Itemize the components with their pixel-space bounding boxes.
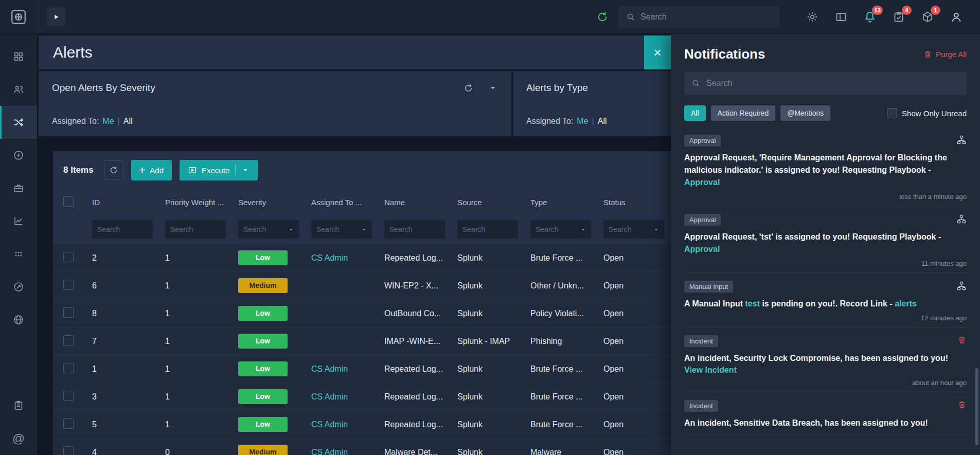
assigned-me-link[interactable]: Me [102,117,114,126]
notification-link[interactable]: alerts [895,299,917,308]
row-checkbox[interactable] [63,446,74,455]
notifications-search[interactable] [684,71,967,95]
notification-item[interactable]: Approval Approval Request, 'tst' is assi… [684,206,967,273]
sidebar-item-briefcase[interactable] [0,172,37,205]
filter-name-input[interactable] [384,220,445,239]
sidebar-item-at[interactable]: @ [0,422,37,455]
cell-assigned-to[interactable]: CS Admin [303,392,376,402]
cell-assigned-to[interactable]: CS Admin [303,253,376,263]
row-checkbox[interactable] [63,252,74,262]
cell-name[interactable]: OutBound Co... [376,309,449,318]
assigned-all-link[interactable]: All [598,117,607,126]
column-header-id[interactable]: ID [84,198,157,207]
filter-status-select[interactable]: Search [603,220,664,239]
filter-pill-all[interactable]: All [684,105,706,121]
sidebar-item-shuffle[interactable] [0,106,37,139]
settings-gear-icon[interactable] [805,10,819,24]
table-refresh-button[interactable] [104,160,123,180]
cell-id: 8 [84,309,157,318]
notification-item[interactable]: Manual Input A Manual Input test is pend… [684,273,967,327]
sidebar-item-globe[interactable] [0,303,37,336]
sidebar-item-chart[interactable] [0,205,37,238]
scrollbar-thumb[interactable] [975,368,978,445]
assigned-me-link[interactable]: Me [577,117,588,126]
cell-priority-weight: 0 [157,448,230,455]
cell-name[interactable]: Repeated Log... [376,365,449,374]
severity-panel-title: Open Alerts By Severity [52,82,155,94]
column-header-source[interactable]: Source [449,198,522,207]
row-checkbox[interactable] [63,363,74,373]
notification-link[interactable]: test [745,299,760,308]
layout-columns-icon[interactable] [834,10,848,24]
sidebar-item-dots[interactable] [0,238,37,270]
column-header-name[interactable]: Name [376,198,449,207]
cell-name[interactable]: Repeated Log... [376,420,449,429]
at-icon: @ [12,431,25,446]
add-button[interactable]: +Add [131,160,172,180]
sidebar-item-people[interactable] [0,73,37,106]
tasks-icon[interactable]: 4 [892,10,906,24]
column-header-priority-weight[interactable]: Priority Weight ... [157,198,230,207]
column-header-severity[interactable]: Severity [230,198,303,207]
row-checkbox[interactable] [63,391,74,401]
cell-assigned-to[interactable]: CS Admin [303,365,376,374]
filter-priority-weight-input[interactable] [165,220,226,239]
row-checkbox[interactable] [63,335,74,345]
notification-item[interactable]: Incident An incident, Security Lock Comp… [684,327,967,392]
filter-source-input[interactable] [457,220,518,239]
column-header-type[interactable]: Type [522,198,595,207]
sidebar-item-clipboard[interactable] [0,389,37,422]
filter-severity-select[interactable]: Search [238,220,299,239]
notification-type-badge: Approval [684,214,721,226]
row-checkbox[interactable] [63,418,74,429]
execute-button[interactable]: Execute [180,160,258,180]
notifications-bell-icon[interactable]: 13 [863,10,877,24]
select-all-checkbox[interactable] [63,196,74,207]
close-panel-button[interactable]: × [644,35,671,69]
cell-name[interactable]: Repeated Log... [376,253,449,263]
play-button[interactable] [47,8,65,26]
purge-all-button[interactable]: Purge All [923,50,967,59]
sidebar-item-target[interactable] [0,270,37,303]
sync-status-icon[interactable] [596,11,609,23]
cell-assigned-to[interactable]: CS Admin [303,448,376,455]
global-search[interactable] [619,6,779,28]
cell-source: Splunk [449,281,522,290]
row-checkbox[interactable] [63,307,74,318]
cell-name[interactable]: Malware Det... [376,448,449,455]
alerts-table: 8 Items +Add Execute IDPriority Weight .… [53,151,702,455]
assigned-all-link[interactable]: All [123,117,133,126]
notifications-search-input[interactable] [706,79,959,88]
refresh-icon[interactable] [464,83,473,93]
delete-notification-icon[interactable] [957,400,967,409]
filter-type-select[interactable]: Search [530,220,591,239]
cell-name[interactable]: Repeated Log... [376,392,449,402]
sidebar-item-grid[interactable] [0,40,37,73]
notification-action-link[interactable]: View Incident [684,366,967,375]
notification-link[interactable]: Approval [684,245,720,253]
cell-name[interactable]: WIN-EP2 - X... [376,281,449,290]
filter-id-input[interactable] [92,220,153,239]
filter-pill-action-required[interactable]: Action Required [711,105,776,121]
close-icon: × [653,45,661,61]
user-avatar[interactable] [949,10,964,24]
show-only-unread-checkbox[interactable] [887,108,897,118]
cell-assigned-to[interactable]: CS Admin [303,420,376,429]
delete-notification-icon[interactable] [957,335,967,344]
sidebar-item-bolt[interactable] [0,139,37,172]
row-checkbox[interactable] [63,280,74,290]
global-search-input[interactable] [640,12,772,22]
open-alerts-by-severity-panel: Open Alerts By Severity Assigned To: Me … [39,71,511,136]
show-only-unread[interactable]: Show Only Unread [887,108,967,118]
column-header-assigned-to[interactable]: Assigned To ... [303,198,376,207]
chevron-down-icon[interactable] [488,83,498,93]
filter-assigned-to-select[interactable]: Search [311,220,372,239]
app-logo[interactable] [0,0,38,34]
filter-pill--mentions[interactable]: @Mentions [780,105,830,121]
notification-item[interactable]: Approval Approval Request, 'Require Mana… [684,127,967,206]
notification-filters: AllAction Required@Mentions [684,105,830,121]
notification-link[interactable]: Approval [684,178,720,187]
notification-item[interactable]: Incident An incident, Sensitive Data Bre… [684,392,967,435]
cell-name[interactable]: IMAP -WIN-E... [376,337,449,346]
apps-box-icon[interactable]: 1 [920,10,935,24]
